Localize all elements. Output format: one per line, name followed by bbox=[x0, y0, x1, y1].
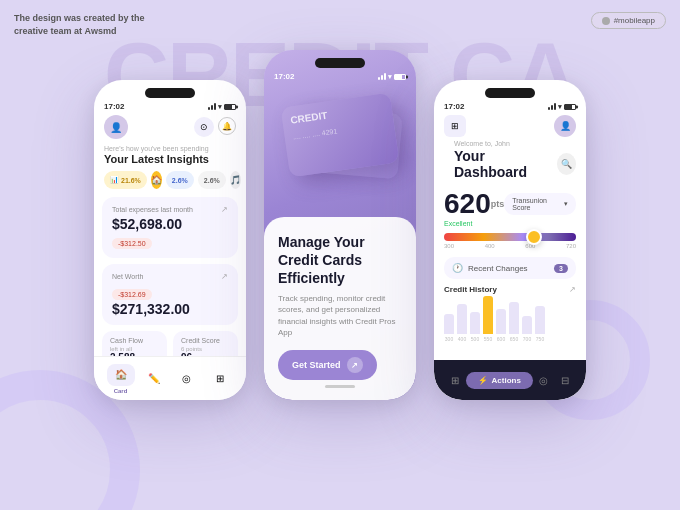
credit-history-arrow: ↗ bbox=[569, 285, 576, 294]
phone-mid: 17:02 ▾ ◈◈ CREDIT .... .... .... 4291 Ma… bbox=[264, 50, 416, 400]
welcome-text: Welcome to, John bbox=[444, 140, 557, 148]
settings-icon[interactable]: ⊙ bbox=[194, 117, 214, 137]
bar-column: 300 bbox=[444, 314, 454, 342]
attribution: The design was created by the creative t… bbox=[14, 12, 154, 37]
rbn-actions-button[interactable]: ⚡ Actions bbox=[466, 372, 533, 389]
nav-pen[interactable]: ✏️ bbox=[140, 368, 168, 390]
search-icon[interactable]: 🔍 bbox=[557, 153, 576, 175]
right-bottom-nav: ⊞ ⚡ Actions ◎ ⊟ bbox=[434, 360, 586, 400]
battery-icon-mid bbox=[394, 74, 406, 80]
mid-subtext: Track spending, monitor credit scores, a… bbox=[278, 293, 402, 338]
pill-house: 🏠 bbox=[151, 171, 162, 189]
avatar-row-left: 👤 ⊙ 🔔 bbox=[94, 115, 246, 145]
networth-section: Net Worth ↗ -$312.69 $271,332.00 bbox=[102, 264, 238, 325]
rbn-menu[interactable]: ⊟ bbox=[554, 367, 576, 393]
dynamic-island-left bbox=[145, 88, 195, 98]
apps-icon[interactable]: ⊞ bbox=[444, 115, 466, 137]
scroll-indicator bbox=[325, 385, 355, 388]
status-icons-left: ▾ bbox=[208, 103, 236, 111]
insights-heading: Here's how you've been spending bbox=[94, 145, 246, 153]
pill-more: 🎵 bbox=[230, 171, 241, 189]
status-icons-mid: ▾ bbox=[378, 73, 406, 81]
credit-history-label: Credit History bbox=[444, 285, 497, 294]
nav-card[interactable]: 🏠 Card bbox=[107, 364, 135, 394]
signal-icon bbox=[208, 103, 216, 110]
top-bar: The design was created by the creative t… bbox=[14, 12, 666, 37]
wifi-icon-right: ▾ bbox=[558, 103, 562, 111]
recent-changes-count: 3 bbox=[554, 264, 568, 273]
target-icon: ◎ bbox=[173, 368, 201, 390]
bar-column: 600 bbox=[496, 309, 506, 342]
clock-icon: 🕐 bbox=[452, 263, 463, 273]
signal-icon-right bbox=[548, 103, 556, 110]
right-icon-row: ⊞ 👤 bbox=[434, 115, 586, 140]
score-row: 620pts Transunion Score ▾ bbox=[434, 190, 586, 220]
time-mid: 17:02 bbox=[274, 72, 294, 81]
rbn-grid[interactable]: ⊞ bbox=[444, 367, 466, 393]
brand-name: Awsmd bbox=[85, 26, 117, 36]
bar-column: 650 bbox=[509, 302, 519, 342]
credit-score: 620 bbox=[444, 188, 491, 219]
score-provider-dropdown[interactable]: Transunion Score ▾ bbox=[504, 193, 576, 215]
bar-column: 400 bbox=[457, 304, 467, 342]
avatar-left: 👤 bbox=[104, 115, 128, 139]
dashboard-title: Your Dashboard bbox=[444, 148, 557, 188]
phone-left: 17:02 ▾ 👤 ⊙ 🔔 Here's how you've been spe… bbox=[94, 80, 246, 400]
pill-1: 📊 21.6% bbox=[104, 171, 147, 189]
score-indicator bbox=[526, 229, 542, 245]
bar-column: 500 bbox=[470, 312, 480, 342]
status-bar-left: 17:02 ▾ bbox=[94, 102, 246, 115]
phone-right: 17:02 ▾ ⊞ 👤 Welcome to, John Your Dashbo… bbox=[434, 80, 586, 400]
recent-changes-row[interactable]: 🕐 Recent Changes 3 bbox=[444, 257, 576, 279]
wifi-icon-mid: ▾ bbox=[388, 73, 392, 81]
score-bar-track bbox=[444, 233, 576, 241]
rbn-target[interactable]: ◎ bbox=[533, 367, 555, 393]
score-bar: 300 400 600 720 bbox=[444, 233, 576, 249]
grid-icon: ⊞ bbox=[206, 368, 234, 390]
lightning-icon: ⚡ bbox=[478, 376, 488, 385]
card-icon: 🏠 bbox=[107, 364, 135, 386]
time-right: 17:02 bbox=[444, 102, 464, 111]
status-bar-right: 17:02 ▾ bbox=[434, 102, 586, 115]
score-excellent-label: Excellent bbox=[434, 220, 586, 233]
dynamic-island-right bbox=[485, 88, 535, 98]
networth-tag: -$312.69 bbox=[112, 289, 152, 300]
bar-column: 550 bbox=[483, 296, 493, 342]
battery-icon bbox=[224, 104, 236, 110]
avatar-right: 👤 bbox=[554, 115, 576, 137]
recent-changes-label: Recent Changes bbox=[468, 264, 528, 273]
chevron-down-icon: ▾ bbox=[564, 200, 568, 208]
time-left: 17:02 bbox=[104, 102, 124, 111]
signal-icon-mid bbox=[378, 73, 386, 80]
expenses-section: Total expenses last month ↗ $52,698.00 -… bbox=[102, 197, 238, 258]
dynamic-island-mid bbox=[315, 58, 365, 68]
bar-chart: 300400500550600650700750 bbox=[434, 298, 586, 348]
networth-amount: $271,332.00 bbox=[112, 301, 228, 317]
insights-title: Your Latest Insights bbox=[94, 153, 246, 171]
pen-icon: ✏️ bbox=[140, 368, 168, 390]
notification-icon[interactable]: 🔔 bbox=[218, 117, 236, 135]
pill-2: 2.6% bbox=[166, 171, 194, 189]
status-bar-mid: 17:02 ▾ bbox=[264, 72, 416, 85]
bar-labels: 300 400 600 720 bbox=[444, 243, 576, 249]
arrow-icon: ↗ bbox=[347, 357, 363, 373]
expenses-tag: -$312.50 bbox=[112, 238, 152, 249]
bottom-nav-left: 🏠 Card ✏️ ◎ ⊞ bbox=[94, 356, 246, 400]
mid-bottom-area: Manage Your Credit Cards Efficiently Tra… bbox=[264, 217, 416, 400]
bar-column: 700 bbox=[522, 316, 532, 342]
credit-history-header: Credit History ↗ bbox=[434, 285, 586, 298]
battery-icon-right bbox=[564, 104, 576, 110]
phones-container: 17:02 ▾ 👤 ⊙ 🔔 Here's how you've been spe… bbox=[94, 50, 586, 400]
expenses-amount: $52,698.00 bbox=[112, 216, 228, 232]
get-started-button[interactable]: Get Started ↗ bbox=[278, 350, 377, 380]
wifi-icon: ▾ bbox=[218, 103, 222, 111]
mobile-badge: #mobileapp bbox=[591, 12, 666, 29]
pill-3: 2.6% bbox=[198, 171, 226, 189]
nav-target[interactable]: ◎ bbox=[173, 368, 201, 390]
spending-pills: 📊 21.6% 🏠 2.6% 2.6% 🎵 bbox=[94, 171, 246, 197]
bar-column: 750 bbox=[535, 306, 545, 342]
status-icons-right: ▾ bbox=[548, 103, 576, 111]
nav-grid[interactable]: ⊞ bbox=[206, 368, 234, 390]
mid-headline: Manage Your Credit Cards Efficiently bbox=[278, 233, 402, 288]
